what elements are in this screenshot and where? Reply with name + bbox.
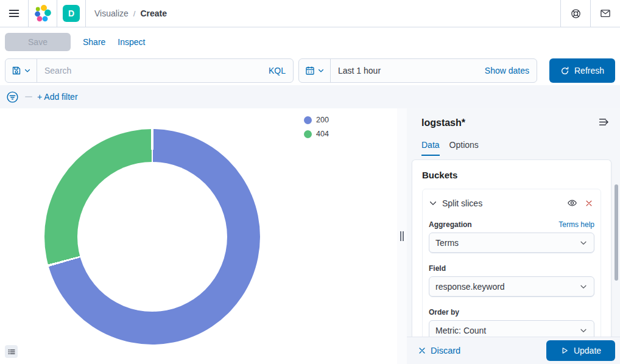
split-slices-label: Split slices xyxy=(442,198,561,208)
menu-button[interactable] xyxy=(0,0,28,27)
eye-icon xyxy=(567,198,577,208)
show-dates-button[interactable]: Show dates xyxy=(485,66,537,75)
vis-editor-panel: logstash* Data Options Buckets Split sli… xyxy=(407,108,620,364)
inspect-button[interactable]: Inspect xyxy=(118,37,145,47)
visualization-area: 200 404 xyxy=(0,108,397,364)
elastic-logo-button[interactable] xyxy=(29,0,57,27)
refresh-label: Refresh xyxy=(574,66,604,75)
update-button[interactable]: Update xyxy=(546,340,615,361)
visualize-menu-bar: Save Share Inspect xyxy=(0,27,620,56)
quick-select-time-button[interactable] xyxy=(299,59,331,82)
query-bar: KQL Last 1 hour Show dates Refresh xyxy=(0,56,620,85)
chevron-down-icon xyxy=(579,282,588,291)
panel-resizer[interactable] xyxy=(397,108,407,364)
legend-label: 200 xyxy=(316,116,329,124)
terms-help-link[interactable]: Terms help xyxy=(558,220,594,229)
filter-options-button[interactable] xyxy=(5,89,20,105)
panel-header: logstash* Data Options xyxy=(407,108,620,156)
close-icon xyxy=(585,199,593,208)
legend-dot xyxy=(304,130,312,138)
donut-chart[interactable] xyxy=(44,129,260,345)
menu-right-icon xyxy=(599,117,609,127)
field-label: Field xyxy=(429,264,446,273)
breadcrumb-separator: / xyxy=(133,9,136,18)
query-language-button[interactable]: KQL xyxy=(269,66,293,75)
refresh-button[interactable]: Refresh xyxy=(549,58,615,83)
update-label: Update xyxy=(574,346,601,355)
filter-icon xyxy=(6,91,19,103)
filter-pin-divider xyxy=(25,96,32,97)
tab-data[interactable]: Data xyxy=(421,140,440,156)
top-navigation: D Visualize / Create xyxy=(0,0,620,27)
time-range-value[interactable]: Last 1 hour xyxy=(331,66,381,75)
legend-item-404[interactable]: 404 xyxy=(304,130,329,138)
remove-bucket-button[interactable] xyxy=(583,198,594,209)
buckets-heading: Buckets xyxy=(422,170,601,180)
tab-options[interactable]: Options xyxy=(449,140,479,156)
chevron-down-icon xyxy=(579,326,588,335)
share-button[interactable]: Share xyxy=(83,37,105,47)
help-lifebuoy-icon xyxy=(571,9,581,19)
breadcrumb-visualize[interactable]: Visualize xyxy=(94,9,129,18)
order-by-select[interactable]: Metric: Count xyxy=(429,320,594,337)
newsfeed-button[interactable] xyxy=(591,0,620,27)
panel-bottom-bar: Discard Update xyxy=(407,337,620,364)
calendar-icon xyxy=(305,66,315,75)
search-bar: KQL xyxy=(5,58,294,83)
refresh-icon xyxy=(560,66,569,75)
saved-query-menu-button[interactable] xyxy=(5,59,37,82)
breadcrumb-create: Create xyxy=(140,9,167,18)
filter-bar: + Add filter xyxy=(0,85,620,108)
chevron-down-icon xyxy=(24,67,31,74)
mail-icon xyxy=(600,8,611,19)
legend-label: 404 xyxy=(316,130,329,138)
index-pattern-title: logstash* xyxy=(421,117,465,128)
split-slices-row[interactable]: Split slices xyxy=(429,197,594,209)
save-query-icon xyxy=(12,66,21,75)
order-by-value: Metric: Count xyxy=(435,326,579,335)
help-button[interactable] xyxy=(561,0,590,27)
field-select[interactable]: response.keyword xyxy=(429,276,594,297)
chevron-down-icon xyxy=(429,199,437,208)
legend-dot xyxy=(304,116,312,124)
date-picker: Last 1 hour Show dates xyxy=(298,58,537,83)
buckets-card: Buckets Split slices xyxy=(412,159,611,337)
list-icon xyxy=(7,348,16,356)
split-slices-section: Split slices Aggregation Terms help xyxy=(422,189,601,337)
elastic-logo-icon xyxy=(33,4,52,23)
field-value: response.keyword xyxy=(435,282,579,292)
legend-item-200[interactable]: 200 xyxy=(304,116,329,124)
order-by-label: Order by xyxy=(429,308,459,317)
space-badge: D xyxy=(63,5,80,22)
aggregation-label: Aggregation xyxy=(429,220,472,229)
chart-legend: 200 404 xyxy=(304,116,329,138)
donut-hole xyxy=(77,162,227,312)
breadcrumb: Visualize / Create xyxy=(86,0,560,27)
collapse-panel-button[interactable] xyxy=(597,116,610,130)
search-input[interactable] xyxy=(37,66,269,75)
save-button[interactable]: Save xyxy=(5,33,71,51)
discard-label: Discard xyxy=(431,346,460,355)
toggle-visibility-button[interactable] xyxy=(566,197,579,209)
play-icon xyxy=(560,346,569,355)
legend-toggle-button[interactable] xyxy=(5,345,18,358)
chevron-down-icon xyxy=(579,239,588,247)
panel-scrollbar[interactable] xyxy=(615,184,618,281)
discard-button[interactable]: Discard xyxy=(418,346,460,355)
chevron-down-icon xyxy=(317,67,325,74)
resize-handle-icon xyxy=(400,231,404,241)
space-switcher[interactable]: D xyxy=(57,0,85,27)
panel-tabs: Data Options xyxy=(421,140,610,156)
main-content: 200 404 logstash* xyxy=(0,108,620,364)
close-icon xyxy=(418,346,426,355)
aggregation-select[interactable]: Terms xyxy=(429,233,594,253)
aggregation-value: Terms xyxy=(435,238,579,248)
hamburger-icon xyxy=(9,8,19,19)
add-filter-button[interactable]: + Add filter xyxy=(37,92,78,102)
